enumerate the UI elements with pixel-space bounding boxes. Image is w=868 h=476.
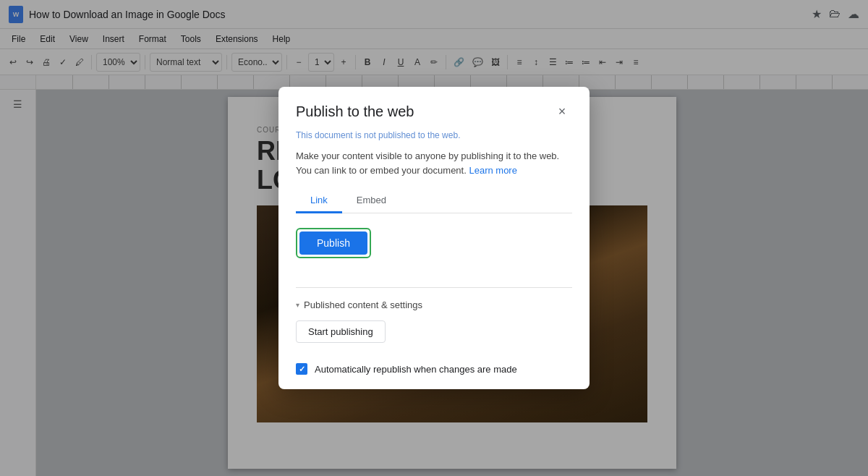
publish-button[interactable]: Publish <box>299 231 367 255</box>
start-publishing-button[interactable]: Start publishing <box>296 320 386 343</box>
section-label-text: Published content & settings <box>304 299 422 310</box>
section-arrow: ▾ <box>296 301 299 309</box>
close-button[interactable]: × <box>552 101 572 122</box>
modal-backdrop: Publish to the web × This document is no… <box>0 0 868 476</box>
dialog-header: Publish to the web × <box>278 87 590 122</box>
learn-more-link[interactable]: Learn more <box>469 165 516 176</box>
publish-dialog: Publish to the web × This document is no… <box>278 87 590 389</box>
tab-embed[interactable]: Embed <box>342 189 401 213</box>
doc-status: This document is not published to the we… <box>296 130 572 140</box>
auto-republish-label: Automatically republish when changes are… <box>315 364 517 375</box>
publish-button-wrapper: Publish <box>296 228 371 258</box>
doc-description: Make your content visible to anyone by p… <box>296 149 572 177</box>
published-content-section[interactable]: ▾ Published content & settings <box>296 299 572 310</box>
checkbox-check-icon: ✓ <box>299 365 305 374</box>
auto-republish-checkbox[interactable]: ✓ <box>296 363 307 375</box>
dialog-tabs: Link Embed <box>296 189 572 213</box>
dialog-body: This document is not published to the we… <box>278 122 590 389</box>
dialog-title: Publish to the web <box>296 103 414 120</box>
tab-link[interactable]: Link <box>296 189 342 213</box>
dialog-divider <box>296 287 572 288</box>
auto-republish-row: ✓ Automatically republish when changes a… <box>296 363 572 375</box>
